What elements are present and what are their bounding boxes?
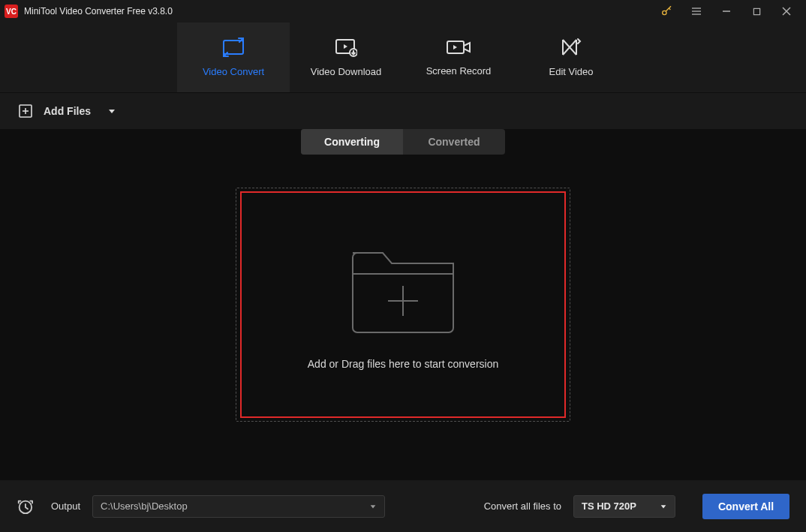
tab-edit-video[interactable]: Edit Video bbox=[515, 23, 627, 92]
seg-label: Converting bbox=[324, 136, 380, 148]
record-icon bbox=[446, 38, 471, 56]
close-button[interactable] bbox=[771, 0, 801, 23]
svg-marker-23 bbox=[661, 505, 666, 508]
chevron-down-icon bbox=[660, 503, 667, 510]
menu-button[interactable] bbox=[681, 0, 711, 23]
toolbar: Add Files bbox=[0, 93, 806, 129]
tab-label: Video Download bbox=[311, 66, 381, 77]
conversion-status-segment: Converting Converted bbox=[301, 129, 505, 155]
seg-converting[interactable]: Converting bbox=[301, 129, 403, 155]
chevron-down-icon bbox=[369, 503, 377, 510]
dropzone-highlight: Add or Drag files here to start conversi… bbox=[240, 191, 566, 418]
dropzone[interactable]: Add or Drag files here to start conversi… bbox=[236, 188, 570, 422]
add-files-label: Add Files bbox=[44, 105, 91, 117]
svg-marker-13 bbox=[453, 45, 457, 50]
clock-icon bbox=[17, 498, 33, 515]
maximize-button[interactable] bbox=[741, 0, 771, 23]
maximize-icon bbox=[753, 8, 761, 16]
convert-all-button-label: Convert All bbox=[718, 500, 774, 512]
convert-all-button[interactable]: Convert All bbox=[702, 494, 789, 519]
output-format-select[interactable]: TS HD 720P bbox=[573, 495, 675, 518]
seg-converted[interactable]: Converted bbox=[403, 129, 505, 155]
edit-video-icon bbox=[561, 38, 582, 57]
tab-video-download[interactable]: Video Download bbox=[290, 23, 402, 92]
stage: Add or Drag files here to start conversi… bbox=[0, 129, 806, 479]
tab-label: Edit Video bbox=[549, 66, 593, 77]
main-tabs: Video Convert Video Download Screen Reco… bbox=[0, 23, 806, 93]
chevron-down-icon bbox=[107, 107, 116, 116]
output-format-value: TS HD 720P bbox=[582, 500, 636, 512]
bottombar: Output C:\Users\bj\Desktop Convert all f… bbox=[0, 479, 806, 532]
history-button[interactable] bbox=[17, 498, 33, 515]
app-title: MiniTool Video Converter Free v3.8.0 bbox=[24, 6, 173, 17]
minimize-button[interactable] bbox=[711, 0, 741, 23]
tab-screen-record[interactable]: Screen Record bbox=[402, 23, 515, 92]
add-file-icon bbox=[18, 104, 33, 119]
add-files-button[interactable]: Add Files bbox=[18, 102, 121, 120]
dropzone-hint: Add or Drag files here to start conversi… bbox=[308, 358, 498, 370]
add-files-dropdown[interactable] bbox=[103, 102, 121, 120]
hamburger-icon bbox=[690, 5, 702, 17]
app-logo-icon: VC bbox=[5, 5, 18, 18]
output-label: Output bbox=[51, 500, 80, 512]
close-icon bbox=[782, 7, 791, 16]
seg-label: Converted bbox=[428, 136, 480, 148]
tab-video-convert[interactable]: Video Convert bbox=[177, 23, 290, 92]
convert-icon bbox=[222, 38, 245, 57]
svg-rect-5 bbox=[753, 8, 759, 14]
output-path-select[interactable]: C:\Users\bj\Desktop bbox=[92, 495, 385, 518]
tab-label: Screen Record bbox=[426, 65, 492, 77]
svg-marker-22 bbox=[371, 505, 376, 508]
svg-marker-10 bbox=[344, 44, 347, 49]
tab-label: Video Convert bbox=[203, 66, 264, 77]
key-icon bbox=[660, 5, 672, 17]
output-path-value: C:\Users\bj\Desktop bbox=[101, 500, 188, 512]
svg-marker-17 bbox=[109, 110, 115, 113]
svg-rect-8 bbox=[224, 41, 243, 54]
titlebar: VC MiniTool Video Converter Free v3.8.0 bbox=[0, 0, 806, 23]
minimize-icon bbox=[722, 7, 731, 16]
download-icon bbox=[335, 38, 357, 57]
upgrade-key-button[interactable] bbox=[651, 0, 681, 23]
convert-all-files-to-label: Convert all files to bbox=[484, 500, 561, 512]
folder-plus-icon bbox=[347, 239, 459, 337]
